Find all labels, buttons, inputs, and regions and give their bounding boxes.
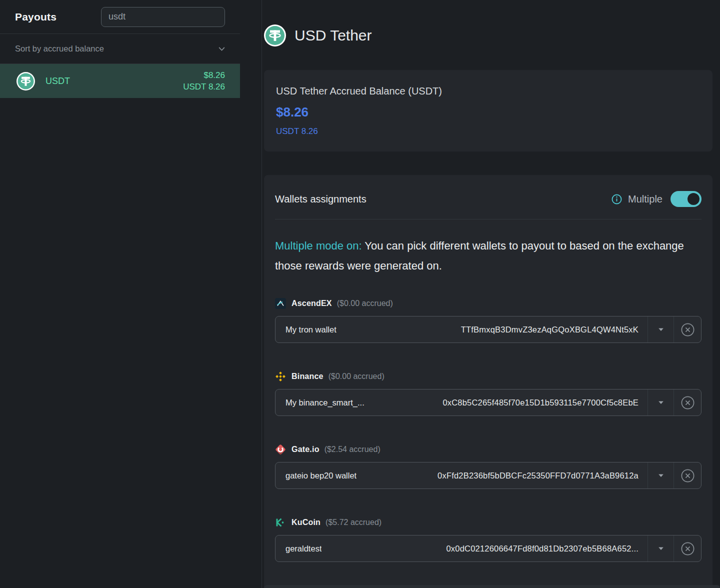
wallet-name: geraldtest [286, 544, 322, 554]
divider [275, 219, 702, 220]
tether-icon [16, 72, 35, 90]
coin-search-input[interactable] [101, 7, 225, 27]
multiple-mode-highlight: Multiple mode on: [275, 240, 362, 252]
gateio-icon [275, 444, 286, 455]
multiple-toggle[interactable] [670, 191, 702, 207]
exchange-accrued: ($2.54 accrued) [324, 445, 380, 454]
wallets-card-header: Wallets assignments Multiple [275, 191, 702, 207]
exchange-accrued: ($5.72 accrued) [326, 518, 382, 527]
kucoin-icon [275, 517, 286, 528]
wallet-address: 0xC8b5C265f485f70e15D1b593115e7700Cf5c8E… [442, 398, 638, 408]
wallet-select-gateio[interactable]: gateio bep20 wallet 0xFfd2B236bf5bDBCFc2… [275, 462, 702, 489]
remove-wallet-button[interactable] [674, 390, 701, 416]
accrued-balance-card: USD Tether Accrued Balance (USDT) $8.26 … [264, 70, 712, 152]
wallets-assignments-card: Wallets assignments Multiple Multiple mo… [264, 175, 712, 588]
multiple-toggle-label: Multiple [628, 194, 662, 205]
coin-amounts: $8.26 USDT 8.26 [183, 70, 225, 92]
exchange-header-kucoin: KuCoin ($5.72 accrued) [275, 517, 702, 528]
page-title: USD Tether [294, 27, 372, 44]
info-icon[interactable] [612, 194, 622, 204]
wallets-card-title: Wallets assignments [275, 194, 366, 205]
sort-dropdown[interactable]: Sort by accrued balance [0, 34, 240, 64]
sidebar-header: Payouts [0, 0, 240, 34]
toggle-knob [688, 193, 700, 205]
wallet-name: My tron wallet [286, 325, 336, 334]
exchange-accrued: ($0.00 accrued) [328, 372, 384, 381]
exchange-name: Gate.io [292, 445, 320, 454]
dropdown-arrow-icon[interactable] [648, 536, 674, 562]
wallet-name: gateio bep20 wallet [286, 471, 356, 480]
coin-detail-panel: USD Tether USD Tether Accrued Balance (U… [262, 0, 720, 588]
exchange-name: KuCoin [292, 518, 320, 527]
balance-fiat-value: $8.26 [276, 104, 700, 120]
wallet-address: 0x0dC0212606647Fd8f0d81Db2307eb5B68A652.… [446, 544, 638, 554]
wallet-address: 0xFfd2B236bf5bDBCFc25350FFD7d0771A3aB961… [438, 471, 638, 480]
ascendex-icon [275, 298, 286, 309]
multiple-mode-description: Multiple mode on: You can pick different… [275, 236, 700, 276]
remove-wallet-button[interactable] [674, 536, 701, 562]
chevron-down-icon [218, 44, 226, 53]
coin-symbol: USDT [46, 76, 70, 86]
dropdown-arrow-icon[interactable] [648, 316, 674, 342]
exchange-header-binance: Binance ($0.00 accrued) [275, 371, 702, 382]
payouts-sidebar: Payouts Sort by accrued balance USDT [0, 0, 262, 588]
exchange-header-gateio: Gate.io ($2.54 accrued) [275, 444, 702, 455]
dropdown-arrow-icon[interactable] [648, 390, 674, 416]
tether-icon [264, 24, 286, 46]
next-card-peek [264, 585, 720, 588]
wallet-select-ascendex[interactable]: My tron wallet TTfBmxqB3DmvZ3ezAqGQoXBGL… [275, 316, 702, 343]
binance-icon [275, 371, 286, 382]
exchange-header-ascendex: AscendEX ($0.00 accrued) [275, 298, 702, 309]
coin-crypto-amount: USDT 8.26 [183, 81, 225, 92]
page-header: USD Tether [264, 24, 712, 46]
exchange-name: Binance [292, 372, 324, 381]
sort-label: Sort by accrued balance [15, 44, 104, 54]
exchange-accrued: ($0.00 accrued) [337, 299, 393, 308]
dropdown-arrow-icon[interactable] [648, 462, 674, 488]
balance-coin-value: USDT 8.26 [276, 126, 700, 136]
balance-card-title: USD Tether Accrued Balance (USDT) [276, 86, 700, 97]
exchange-name: AscendEX [292, 299, 332, 308]
wallet-address: TTfBmxqB3DmvZ3ezAqGQoXBGL4QW4Nt5xK [461, 325, 638, 334]
sidebar-item-usdt[interactable]: USDT $8.26 USDT 8.26 [0, 64, 240, 98]
wallet-select-binance[interactable]: My binance_smart_... 0xC8b5C265f485f70e1… [275, 389, 702, 416]
remove-wallet-button[interactable] [674, 462, 701, 488]
wallet-select-kucoin[interactable]: geraldtest 0x0dC0212606647Fd8f0d81Db2307… [275, 535, 702, 562]
wallet-name: My binance_smart_... [286, 398, 364, 408]
sidebar-title: Payouts [15, 11, 56, 23]
remove-wallet-button[interactable] [674, 316, 701, 342]
coin-fiat-amount: $8.26 [183, 70, 225, 81]
